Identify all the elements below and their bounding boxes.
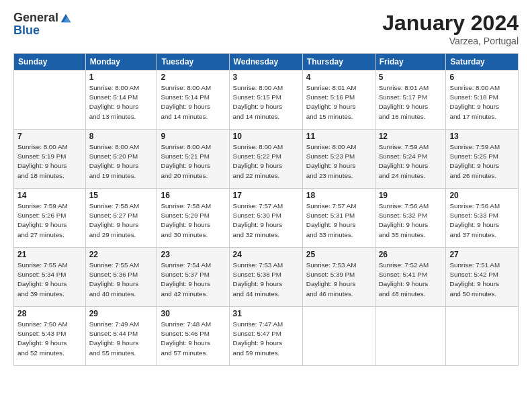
- day-number: 22: [89, 250, 154, 259]
- day-number: 12: [379, 132, 443, 141]
- calendar-cell: 19Sunrise: 7:56 AMSunset: 5:32 PMDayligh…: [375, 189, 446, 248]
- day-number: 17: [233, 191, 299, 200]
- day-number: 11: [306, 132, 371, 141]
- calendar-cell: [375, 307, 446, 366]
- calendar-cell: 10Sunrise: 8:00 AMSunset: 5:22 PMDayligh…: [229, 130, 302, 189]
- day-info: Sunrise: 8:00 AMSunset: 5:15 PMDaylight:…: [233, 83, 299, 122]
- day-number: 31: [233, 309, 299, 318]
- day-number: 10: [233, 132, 299, 141]
- day-info: Sunrise: 8:00 AMSunset: 5:23 PMDaylight:…: [306, 142, 371, 181]
- day-header-thursday: Thursday: [302, 54, 375, 71]
- calendar-cell: 27Sunrise: 7:51 AMSunset: 5:42 PMDayligh…: [446, 248, 519, 307]
- day-info: Sunrise: 8:00 AMSunset: 5:21 PMDaylight:…: [161, 142, 225, 181]
- day-info: Sunrise: 7:59 AMSunset: 5:26 PMDaylight:…: [17, 201, 82, 240]
- calendar-cell: 16Sunrise: 7:58 AMSunset: 5:29 PMDayligh…: [157, 189, 229, 248]
- day-number: 23: [161, 250, 225, 259]
- week-row-3: 14Sunrise: 7:59 AMSunset: 5:26 PMDayligh…: [14, 189, 519, 248]
- day-number: 15: [89, 191, 154, 200]
- day-number: 7: [17, 132, 82, 141]
- day-info: Sunrise: 7:49 AMSunset: 5:44 PMDaylight:…: [89, 320, 154, 358]
- day-header-saturday: Saturday: [446, 54, 519, 71]
- calendar-cell: [446, 307, 519, 366]
- day-info: Sunrise: 7:47 AMSunset: 5:47 PMDaylight:…: [233, 320, 299, 358]
- day-info: Sunrise: 7:58 AMSunset: 5:27 PMDaylight:…: [89, 201, 154, 240]
- day-info: Sunrise: 7:55 AMSunset: 5:34 PMDaylight:…: [17, 261, 82, 299]
- calendar-cell: 24Sunrise: 7:53 AMSunset: 5:38 PMDayligh…: [229, 248, 302, 307]
- day-info: Sunrise: 8:00 AMSunset: 5:22 PMDaylight:…: [233, 142, 299, 181]
- calendar-cell: 14Sunrise: 7:59 AMSunset: 5:26 PMDayligh…: [14, 189, 86, 248]
- calendar-table: SundayMondayTuesdayWednesdayThursdayFrid…: [13, 53, 519, 366]
- day-number: 20: [449, 191, 515, 200]
- day-number: 29: [89, 309, 154, 318]
- day-number: 18: [306, 191, 371, 200]
- day-number: 21: [17, 250, 82, 259]
- day-info: Sunrise: 7:51 AMSunset: 5:42 PMDaylight:…: [449, 261, 515, 299]
- day-info: Sunrise: 7:55 AMSunset: 5:36 PMDaylight:…: [89, 261, 154, 299]
- day-number: 4: [306, 73, 371, 82]
- day-number: 9: [161, 132, 225, 141]
- day-number: 19: [379, 191, 443, 200]
- calendar-cell: 28Sunrise: 7:50 AMSunset: 5:43 PMDayligh…: [14, 307, 86, 366]
- logo-text: General: [13, 11, 72, 25]
- day-info: Sunrise: 8:00 AMSunset: 5:14 PMDaylight:…: [89, 83, 154, 122]
- day-number: 14: [17, 191, 82, 200]
- day-number: 16: [161, 191, 225, 200]
- calendar-cell: 1Sunrise: 8:00 AMSunset: 5:14 PMDaylight…: [85, 71, 157, 130]
- header-row: SundayMondayTuesdayWednesdayThursdayFrid…: [14, 54, 519, 71]
- day-info: Sunrise: 8:01 AMSunset: 5:16 PMDaylight:…: [306, 83, 371, 122]
- calendar-cell: 21Sunrise: 7:55 AMSunset: 5:34 PMDayligh…: [14, 248, 86, 307]
- page: General Blue January 2024 Varzea, Portug…: [0, 0, 532, 411]
- day-info: Sunrise: 7:56 AMSunset: 5:33 PMDaylight:…: [449, 201, 515, 240]
- day-info: Sunrise: 8:00 AMSunset: 5:18 PMDaylight:…: [449, 83, 515, 122]
- day-info: Sunrise: 7:58 AMSunset: 5:29 PMDaylight:…: [161, 201, 225, 240]
- calendar-cell: 25Sunrise: 7:53 AMSunset: 5:39 PMDayligh…: [302, 248, 375, 307]
- day-info: Sunrise: 7:53 AMSunset: 5:39 PMDaylight:…: [306, 261, 371, 299]
- day-number: 26: [379, 250, 443, 259]
- calendar-cell: 5Sunrise: 8:01 AMSunset: 5:17 PMDaylight…: [375, 71, 446, 130]
- day-info: Sunrise: 7:57 AMSunset: 5:31 PMDaylight:…: [306, 201, 371, 240]
- calendar-cell: 3Sunrise: 8:00 AMSunset: 5:15 PMDaylight…: [229, 71, 302, 130]
- logo-icon: [60, 12, 72, 24]
- calendar-cell: 26Sunrise: 7:52 AMSunset: 5:41 PMDayligh…: [375, 248, 446, 307]
- day-number: 27: [449, 250, 515, 259]
- day-number: 28: [17, 309, 82, 318]
- day-number: 13: [449, 132, 515, 141]
- day-number: 30: [161, 309, 225, 318]
- day-number: 25: [306, 250, 371, 259]
- calendar-cell: 20Sunrise: 7:56 AMSunset: 5:33 PMDayligh…: [446, 189, 519, 248]
- location: Varzea, Portugal: [382, 36, 519, 46]
- day-header-monday: Monday: [85, 54, 157, 71]
- calendar-cell: 11Sunrise: 8:00 AMSunset: 5:23 PMDayligh…: [302, 130, 375, 189]
- day-info: Sunrise: 7:52 AMSunset: 5:41 PMDaylight:…: [379, 261, 443, 299]
- day-info: Sunrise: 8:01 AMSunset: 5:17 PMDaylight:…: [379, 83, 443, 122]
- day-header-friday: Friday: [375, 54, 446, 71]
- day-header-tuesday: Tuesday: [157, 54, 229, 71]
- day-number: 5: [379, 73, 443, 82]
- calendar-cell: 9Sunrise: 8:00 AMSunset: 5:21 PMDaylight…: [157, 130, 229, 189]
- day-info: Sunrise: 8:00 AMSunset: 5:20 PMDaylight:…: [89, 142, 154, 181]
- day-number: 1: [89, 73, 154, 82]
- logo-general-text: General: [13, 11, 58, 25]
- day-info: Sunrise: 8:00 AMSunset: 5:14 PMDaylight:…: [161, 83, 225, 122]
- calendar-cell: 6Sunrise: 8:00 AMSunset: 5:18 PMDaylight…: [446, 71, 519, 130]
- calendar-cell: 12Sunrise: 7:59 AMSunset: 5:24 PMDayligh…: [375, 130, 446, 189]
- calendar-cell: 30Sunrise: 7:48 AMSunset: 5:46 PMDayligh…: [157, 307, 229, 366]
- logo-blue-text: Blue: [13, 24, 40, 37]
- day-header-sunday: Sunday: [14, 54, 86, 71]
- day-info: Sunrise: 7:59 AMSunset: 5:24 PMDaylight:…: [379, 142, 443, 181]
- week-row-5: 28Sunrise: 7:50 AMSunset: 5:43 PMDayligh…: [14, 307, 519, 366]
- title-section: January 2024 Varzea, Portugal: [382, 11, 519, 46]
- calendar-cell: 2Sunrise: 8:00 AMSunset: 5:14 PMDaylight…: [157, 71, 229, 130]
- calendar-cell: 23Sunrise: 7:54 AMSunset: 5:37 PMDayligh…: [157, 248, 229, 307]
- day-header-wednesday: Wednesday: [229, 54, 302, 71]
- calendar-cell: 29Sunrise: 7:49 AMSunset: 5:44 PMDayligh…: [85, 307, 157, 366]
- day-number: 24: [233, 250, 299, 259]
- day-info: Sunrise: 7:59 AMSunset: 5:25 PMDaylight:…: [449, 142, 515, 181]
- calendar-cell: [14, 71, 86, 130]
- day-info: Sunrise: 7:53 AMSunset: 5:38 PMDaylight:…: [233, 261, 299, 299]
- calendar-cell: 13Sunrise: 7:59 AMSunset: 5:25 PMDayligh…: [446, 130, 519, 189]
- calendar-cell: 31Sunrise: 7:47 AMSunset: 5:47 PMDayligh…: [229, 307, 302, 366]
- day-number: 3: [233, 73, 299, 82]
- day-info: Sunrise: 7:50 AMSunset: 5:43 PMDaylight:…: [17, 320, 82, 358]
- header: General Blue January 2024 Varzea, Portug…: [13, 11, 519, 46]
